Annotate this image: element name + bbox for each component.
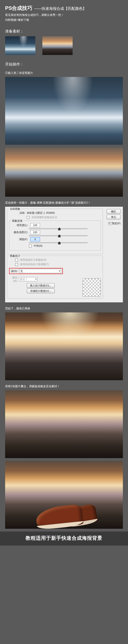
load-stats-button[interactable]: 载入统计数据(O)...	[27, 283, 55, 288]
checkbox-icon	[108, 222, 111, 225]
source-label: 源(S):	[11, 270, 18, 273]
stats-group-label: 图象统计	[9, 254, 21, 258]
page-title: PS合成技巧 ——快速海报合成【匹配颜色】	[5, 5, 123, 12]
step-3-text: ③如下，颜色已替换	[5, 306, 123, 310]
color-intensity-label: 颜色强度(C)	[11, 230, 27, 234]
neutralize-checkbox[interactable]: 中和(N)	[34, 244, 42, 248]
color-intensity-slider[interactable]	[29, 235, 87, 236]
color-intensity-input[interactable]: 100	[30, 230, 40, 234]
subnote-text: 内附视频+素材下载	[5, 18, 123, 22]
fade-input[interactable]: 0	[30, 237, 40, 241]
title-main: PS合成技巧	[5, 5, 32, 12]
checkbox-icon	[27, 216, 30, 219]
checkbox-icon	[29, 244, 32, 248]
luminance-slider[interactable]	[29, 228, 87, 229]
cancel-button[interactable]: 复位	[107, 215, 121, 219]
luminance-input[interactable]: 100	[30, 223, 40, 227]
step-3-image	[5, 312, 123, 380]
checkbox-icon	[15, 259, 18, 262]
options-group-label: 图象选项	[11, 219, 23, 222]
fade-label: 渐隐(F)	[11, 238, 27, 241]
save-stats-button[interactable]: 存储统计数据(V)...	[27, 288, 55, 293]
use-sel-tgt: 使用目标选区计算调整(T)	[20, 262, 49, 266]
source-select[interactable]: 无	[19, 269, 61, 273]
target-value: 未标题-1(图层 1, RGB/8)	[27, 211, 55, 215]
step-4-image-b	[5, 461, 123, 529]
layer-label: 图层(A):	[9, 276, 17, 282]
target-label: 目标:	[9, 211, 25, 215]
sample-swatch	[83, 278, 101, 296]
step-2-text: ②选择第一张图片，图像-调整-匹配颜色-图像统计栏-"源"选择图片2！	[5, 201, 123, 205]
layer-select: 图层 1	[19, 277, 37, 281]
fade-slider[interactable]	[29, 242, 87, 243]
step-1-text: ①载入第二张背景图片	[5, 71, 123, 75]
step-1-image-a	[5, 77, 123, 145]
title-sub: ——快速海报合成【匹配颜色】	[34, 6, 86, 11]
apply-adj-checkbox: 应用调整时忽略选区(I)	[32, 216, 57, 219]
target-group-label: 目标图象	[9, 207, 21, 211]
source-highlight: 源(S): 无	[9, 268, 63, 274]
material-thumb-1	[5, 36, 35, 55]
material-thumb-2	[42, 36, 73, 55]
product-shoe	[34, 499, 94, 527]
intro-text: 看见屌丝哥的海报合成技巧，果断出来秀一把！	[5, 13, 123, 17]
preview-label: 预览(P)	[112, 222, 121, 225]
checkbox-icon	[15, 263, 18, 266]
luminance-label: 明亮度(L)	[11, 224, 27, 227]
match-color-dialog: 确定 复位 预览(P) 目标图象 目标: 未标题-1(图层 1, RGB/8) …	[5, 207, 123, 302]
preview-checkbox[interactable]: 预览(P)	[108, 222, 121, 225]
ok-button[interactable]: 确定	[107, 209, 121, 214]
step-1-image-b	[5, 148, 123, 197]
step-4-text: ④将2张图片叠合，用蒙版或橡皮适当擦拭！	[5, 384, 123, 388]
use-sel-src: 使用源选区计算颜色(R)	[20, 258, 47, 262]
step-4-image-a	[5, 390, 123, 458]
section-start: 开始操作：	[5, 62, 123, 67]
section-prepare: 准备素材：	[5, 29, 123, 34]
footer-text: 教程适用于新手快速合成海报背景	[0, 532, 128, 546]
